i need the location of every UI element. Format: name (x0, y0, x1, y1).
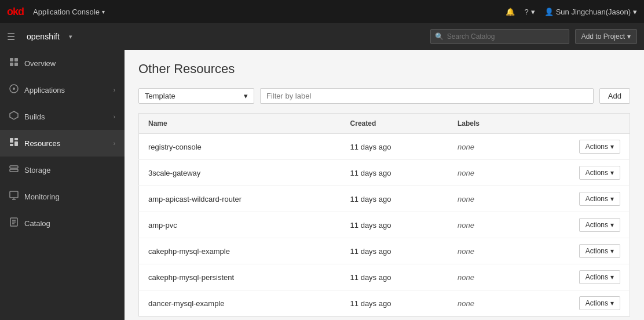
user-icon: 👤 (544, 8, 554, 16)
app-console-chevron-icon: ▾ (102, 9, 105, 15)
sidebar: Overview Applications › Builds › Resourc… (0, 50, 125, 320)
cell-name-4: cakephp-mysql-example (139, 238, 341, 264)
sidebar-label-applications: Applications (24, 86, 108, 94)
cell-created-6: 11 days ago (341, 290, 448, 317)
svg-rect-7 (10, 138, 13, 143)
svg-point-5 (13, 88, 15, 90)
sidebar-item-monitoring[interactable]: Monitoring (0, 183, 125, 210)
table-row: dancer-mysql-example 11 days ago none Ac… (139, 290, 630, 317)
add-to-project-button[interactable]: Add to Project ▾ (575, 29, 637, 44)
sidebar-item-catalog[interactable]: Catalog (0, 210, 125, 237)
filter-row: Template ▾ Add (138, 88, 630, 104)
table-body: registry-console 11 days ago none Action… (139, 134, 630, 317)
table-row: registry-console 11 days ago none Action… (139, 134, 630, 160)
search-wrap: 🔍 Add to Project ▾ (430, 29, 637, 44)
col-actions (521, 114, 630, 134)
user-chevron-icon: ▾ (633, 8, 637, 16)
monitoring-icon (9, 191, 19, 202)
applications-chevron-icon: › (114, 87, 115, 93)
sidebar-item-resources[interactable]: Resources › (0, 130, 125, 157)
cell-actions-0: Actions ▾ (521, 134, 630, 160)
filter-dropdown-label: Template (145, 92, 175, 100)
cell-actions-1: Actions ▾ (521, 160, 630, 186)
sidebar-label-resources: Resources (24, 139, 108, 148)
table-row: cakephp-mysql-example 11 days ago none A… (139, 238, 630, 264)
cell-name-0: registry-console (139, 134, 341, 160)
resources-icon (9, 137, 19, 149)
type-filter-dropdown[interactable]: Template ▾ (138, 88, 254, 104)
top-nav: okd Application Console ▾ 🔔 ? ▾ 👤 Sun Ji… (0, 0, 644, 23)
col-created: Created (341, 114, 448, 134)
cell-labels-1: none (448, 160, 521, 186)
actions-button-3[interactable]: Actions ▾ (579, 218, 620, 232)
cell-actions-5: Actions ▾ (521, 264, 630, 290)
cell-labels-5: none (448, 264, 521, 290)
sidebar-label-overview: Overview (24, 59, 115, 68)
label-filter-input[interactable] (260, 88, 594, 104)
sidebar-item-overview[interactable]: Overview (0, 50, 125, 77)
cell-created-5: 11 days ago (341, 264, 448, 290)
builds-chevron-icon: › (114, 114, 115, 120)
actions-chevron-icon-2: ▾ (610, 195, 614, 203)
builds-icon (9, 111, 19, 122)
logo: okd (7, 6, 24, 18)
sidebar-item-applications[interactable]: Applications › (0, 77, 125, 103)
svg-rect-1 (14, 58, 18, 61)
cell-name-2: amp-apicast-wildcard-router (139, 186, 341, 212)
help-icon[interactable]: ? ▾ (524, 8, 535, 16)
sidebar-label-monitoring: Monitoring (24, 192, 115, 201)
actions-chevron-icon-0: ▾ (610, 143, 614, 151)
sidebar-label-builds: Builds (24, 112, 108, 121)
svg-rect-13 (10, 191, 18, 198)
actions-chevron-icon-3: ▾ (610, 221, 614, 229)
add-label-button[interactable]: Add (599, 88, 630, 104)
actions-chevron-icon-6: ▾ (610, 299, 614, 307)
actions-button-2[interactable]: Actions ▾ (579, 192, 620, 206)
actions-chevron-icon-1: ▾ (610, 169, 614, 177)
table-header: Name Created Labels (139, 114, 630, 134)
cell-labels-2: none (448, 186, 521, 212)
svg-rect-9 (10, 144, 13, 146)
secondary-nav: ☰ openshift ▾ 🔍 Add to Project ▾ (0, 23, 644, 50)
main-content: Other Resources Template ▾ Add Name Crea… (125, 50, 644, 320)
sidebar-item-builds[interactable]: Builds › (0, 103, 125, 130)
user-menu[interactable]: 👤 Sun Jingchuan(Jason) ▾ (544, 8, 637, 16)
resources-chevron-icon: › (114, 140, 115, 147)
svg-marker-6 (10, 111, 18, 119)
cell-labels-4: none (448, 238, 521, 264)
cell-actions-2: Actions ▾ (521, 186, 630, 212)
cell-labels-6: none (448, 290, 521, 317)
col-name: Name (139, 114, 341, 134)
hamburger-icon[interactable]: ☰ (7, 31, 15, 42)
sidebar-label-catalog: Catalog (24, 219, 115, 228)
search-input[interactable] (430, 29, 569, 44)
cell-name-3: amp-pvc (139, 212, 341, 238)
cell-created-2: 11 days ago (341, 186, 448, 212)
layout: Overview Applications › Builds › Resourc… (0, 50, 644, 320)
cell-created-3: 11 days ago (341, 212, 448, 238)
actions-chevron-icon-5: ▾ (610, 273, 614, 281)
cell-actions-6: Actions ▾ (521, 290, 630, 317)
table-row: amp-pvc 11 days ago none Actions ▾ (139, 212, 630, 238)
sidebar-item-storage[interactable]: Storage (0, 157, 125, 183)
applications-icon (9, 84, 19, 96)
actions-button-0[interactable]: Actions ▾ (579, 140, 620, 154)
actions-chevron-icon-4: ▾ (610, 247, 614, 255)
cell-created-1: 11 days ago (341, 160, 448, 186)
page-title: Other Resources (138, 61, 630, 77)
add-project-chevron-icon: ▾ (627, 32, 631, 41)
cell-created-4: 11 days ago (341, 238, 448, 264)
catalog-icon (9, 217, 19, 229)
notifications-icon[interactable]: 🔔 (506, 8, 515, 16)
actions-button-5[interactable]: Actions ▾ (579, 270, 620, 284)
filter-dropdown-chevron-icon: ▾ (244, 92, 248, 100)
actions-button-6[interactable]: Actions ▾ (579, 296, 620, 310)
svg-rect-0 (10, 58, 13, 61)
actions-button-4[interactable]: Actions ▾ (579, 244, 620, 258)
project-name[interactable]: openshift (27, 32, 60, 41)
actions-button-1[interactable]: Actions ▾ (579, 166, 620, 180)
col-labels: Labels (448, 114, 521, 134)
app-console-link[interactable]: Application Console ▾ (33, 8, 105, 16)
top-nav-right: 🔔 ? ▾ 👤 Sun Jingchuan(Jason) ▾ (506, 8, 637, 16)
storage-icon (9, 164, 19, 176)
